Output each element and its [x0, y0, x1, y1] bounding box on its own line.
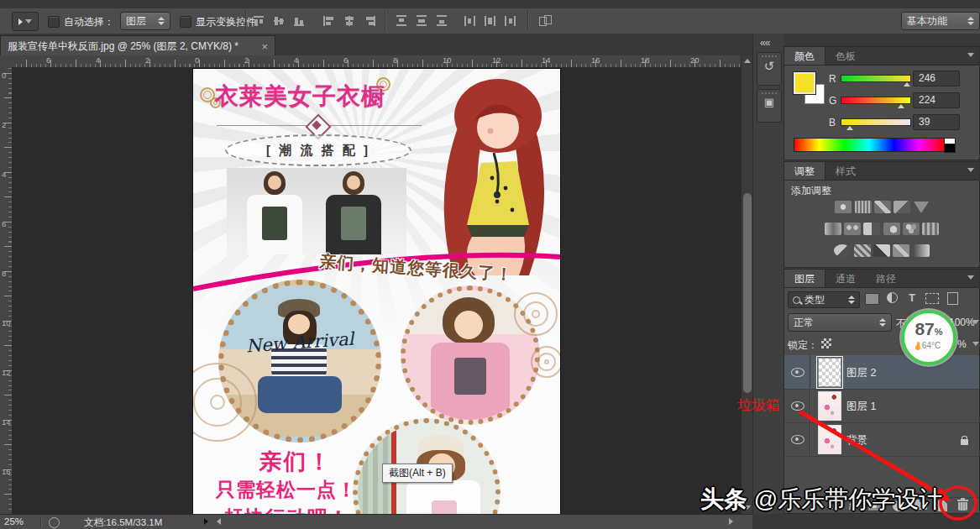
align-left-edges-icon[interactable]	[322, 15, 337, 27]
booster-badge[interactable]: 87% 64°C	[901, 310, 956, 365]
hscroll-right-icon[interactable]	[729, 518, 733, 525]
layer-row-background[interactable]: 背景	[784, 422, 979, 457]
channel-b-value[interactable]: 39	[913, 114, 960, 130]
auto-align-layers-icon[interactable]	[538, 15, 553, 27]
filter-type-layers-icon[interactable]: T	[909, 291, 915, 304]
color-panel-menu[interactable]	[967, 53, 974, 57]
horizontal-ruler[interactable]: 64202468101214161820	[12, 55, 741, 68]
canvas-pasteboard[interactable]: 衣莱美女子衣橱 [ 潮 流 搭 配 ]	[12, 67, 741, 514]
photo-filter-icon[interactable]	[883, 223, 900, 235]
hscroll-left-icon[interactable]	[217, 518, 221, 525]
distribute-left-edges-icon[interactable]	[464, 15, 478, 27]
layer-row-layer2[interactable]: 图层 2	[784, 355, 979, 390]
auto-select-checkbox[interactable]	[48, 16, 60, 28]
color-spectrum-bar[interactable]	[794, 138, 945, 152]
distribute-horizontal-centers-icon[interactable]	[484, 15, 498, 27]
layers-panel-menu[interactable]	[967, 275, 974, 280]
visibility-eye-icon[interactable]	[791, 435, 804, 444]
doc-size-info[interactable]: 文档:16.5M/33.1M	[84, 516, 162, 529]
channel-r-slider[interactable]	[841, 75, 911, 82]
black-white-icon[interactable]	[863, 223, 880, 235]
layer-name[interactable]: 图层 2	[846, 366, 876, 380]
fill-dropdown-icon[interactable]	[972, 342, 979, 346]
vertical-ruler[interactable]: 0246810121416	[0, 67, 13, 514]
foreground-color-swatch[interactable]	[794, 72, 815, 94]
tab-color[interactable]: 颜色	[784, 47, 825, 65]
tab-paths[interactable]: 路径	[866, 270, 906, 287]
posterize-icon[interactable]	[854, 244, 871, 257]
history-panel-button[interactable]: ↺	[757, 52, 782, 86]
spectrum-black-swatch[interactable]	[944, 144, 956, 153]
levels-icon[interactable]	[855, 201, 872, 213]
watermark-brand: 头条	[700, 486, 747, 512]
layer-name[interactable]: 背景	[846, 433, 867, 448]
exposure-icon[interactable]	[894, 201, 910, 213]
hue-saturation-icon[interactable]	[825, 223, 841, 235]
layer-filter-dropdown[interactable]: 类型	[788, 291, 860, 308]
vertical-scrollbar[interactable]	[741, 55, 753, 514]
distribute-vertical-centers-icon[interactable]	[415, 15, 429, 27]
threshold-icon[interactable]	[873, 244, 890, 257]
show-transform-checkbox[interactable]	[180, 16, 191, 28]
fill-suffix[interactable]: %	[957, 338, 967, 350]
align-top-edges-icon[interactable]	[252, 15, 266, 27]
channel-g-thumb[interactable]	[898, 104, 904, 108]
channel-r-thumb[interactable]	[904, 82, 910, 86]
gradient-map-icon[interactable]	[913, 244, 930, 257]
channel-mixer-icon[interactable]	[903, 223, 920, 235]
status-menu-arrow-icon[interactable]	[204, 518, 208, 525]
filter-adjustment-layers-icon[interactable]	[887, 292, 898, 303]
tab-styles[interactable]: 样式	[825, 162, 866, 180]
delete-layer-icon[interactable]	[958, 502, 967, 511]
auto-select-target-dropdown[interactable]: 图层	[120, 12, 170, 30]
channel-r-value[interactable]: 246	[913, 71, 960, 86]
tab-channels[interactable]: 通道	[825, 270, 866, 287]
tab-adjustments[interactable]: 调整	[784, 162, 825, 180]
visibility-eye-icon[interactable]	[791, 401, 804, 411]
lock-transparent-icon[interactable]	[821, 338, 831, 348]
document-canvas[interactable]: 衣莱美女子衣橱 [ 潮 流 搭 配 ]	[193, 69, 560, 514]
vertical-scroll-thumb[interactable]	[743, 193, 752, 393]
vibrance-icon[interactable]	[914, 202, 929, 213]
document-tab[interactable]: 服装宣传单中秋反面.jpg @ 25% (图层 2, CMYK/8) * ×	[0, 35, 275, 56]
tool-presets-panel-button[interactable]: ▣	[757, 89, 782, 123]
align-bottom-edges-icon[interactable]	[292, 15, 307, 27]
align-right-edges-icon[interactable]	[363, 15, 377, 27]
color-lookup-icon[interactable]	[922, 223, 939, 235]
layer-thumbnail[interactable]	[818, 425, 841, 454]
tab-layers[interactable]: 图层	[784, 270, 825, 287]
filter-shape-layers-icon[interactable]	[925, 293, 939, 304]
tool-preset-picker[interactable]	[12, 12, 39, 31]
align-horizontal-centers-icon[interactable]	[343, 15, 357, 27]
color-balance-icon[interactable]	[844, 223, 861, 235]
blend-mode-dropdown[interactable]: 正常	[788, 313, 892, 332]
scroll-up-icon[interactable]	[744, 59, 751, 63]
channel-b-thumb[interactable]	[846, 126, 853, 130]
distribute-bottom-edges-icon[interactable]	[435, 15, 449, 27]
brightness-contrast-icon[interactable]	[835, 201, 852, 213]
tab-swatches[interactable]: 色板	[825, 47, 866, 65]
layer-row-layer1[interactable]: 图层 1	[784, 389, 979, 423]
selective-color-icon[interactable]	[893, 244, 909, 257]
collapse-dock-icon[interactable]: ««	[760, 37, 769, 49]
layer-thumbnail[interactable]	[818, 358, 841, 387]
channel-g-value[interactable]: 224	[913, 92, 960, 108]
status-bar: 25% 文档:16.5M/33.1M	[0, 514, 752, 529]
visibility-eye-icon[interactable]	[791, 368, 804, 377]
layer-thumbnail[interactable]	[818, 391, 841, 421]
invert-icon[interactable]	[834, 244, 851, 257]
align-vertical-centers-icon[interactable]	[272, 15, 286, 27]
adjustments-panel-menu[interactable]	[967, 168, 974, 172]
distribute-right-edges-icon[interactable]	[504, 15, 518, 27]
layer-name[interactable]: 图层 1	[846, 400, 876, 414]
opacity-dropdown-icon[interactable]	[972, 320, 979, 324]
filter-smart-object-icon[interactable]	[947, 292, 958, 305]
channel-g-slider[interactable]	[841, 97, 911, 104]
filter-pixel-layers-icon[interactable]	[865, 293, 879, 305]
curves-icon[interactable]	[874, 201, 891, 213]
workspace-switcher[interactable]: 基本功能	[901, 12, 980, 30]
channel-b-slider[interactable]	[841, 118, 911, 126]
distribute-top-edges-icon[interactable]	[395, 15, 409, 27]
zoom-level[interactable]: 25%	[4, 516, 24, 526]
close-tab-icon[interactable]: ×	[261, 40, 268, 53]
